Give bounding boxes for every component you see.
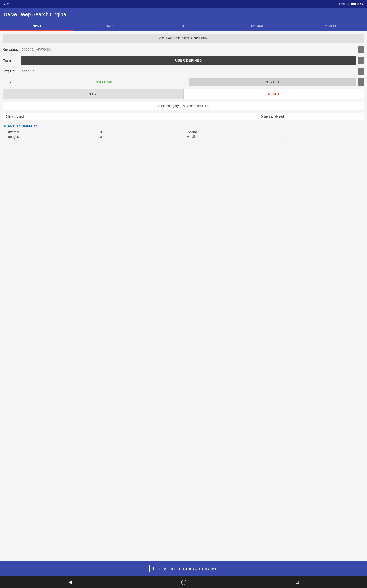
images-label: Images <box>8 135 98 138</box>
http-row: HTTP:// I <box>3 68 364 75</box>
links-row: Links: INTERNAL INT / EXT I <box>3 78 364 86</box>
seed-url-input[interactable] <box>21 68 356 75</box>
signal-icon: ▲ <box>347 2 350 6</box>
http-info-button[interactable]: I <box>358 68 364 75</box>
reset-button[interactable]: RESET <box>184 89 365 99</box>
from-label: From: <box>3 59 21 62</box>
status-bar: ■ □ LTE ▲ 6:22 <box>0 0 367 8</box>
internal-label: Internal <box>8 130 98 134</box>
app-header: Delve Deep Search Engine <box>0 8 367 21</box>
action-row: DELVE RESET <box>3 89 364 99</box>
status-bar-left: ■ □ <box>4 2 9 6</box>
links-label: Links: <box>3 80 21 84</box>
keywords-row: Keywords: I <box>3 46 364 53</box>
app-title: Delve Deep Search Engine <box>4 11 66 17</box>
go-back-button[interactable]: GO BACK TO SETUP SCREEN <box>3 34 364 43</box>
external-label: External <box>187 130 278 134</box>
links-intext-button[interactable]: INT / EXT <box>189 78 356 86</box>
external-value: 0 <box>280 130 361 134</box>
status-message: Select category FROM or enter HTTP <box>3 102 364 110</box>
content-spacer <box>0 351 367 562</box>
internal-value: 0 <box>100 130 181 134</box>
keywords-label: Keywords: <box>3 48 21 52</box>
from-row: From: USER DEFINED I <box>3 56 364 65</box>
notification-icon: ■ <box>4 2 6 6</box>
from-button[interactable]: USER DEFINED <box>21 56 356 65</box>
emails-value: 0 <box>280 135 361 138</box>
keywords-input[interactable] <box>21 46 356 53</box>
keywords-info-button[interactable]: I <box>358 46 364 53</box>
tab-int[interactable]: INT <box>147 21 220 31</box>
lte-label: LTE <box>340 2 345 6</box>
search-summary-title: SEARCH SUMMARY <box>3 124 364 128</box>
delve-button[interactable]: DELVE <box>3 89 184 99</box>
tab-bar: INPUT EXT INT EMAILS IMAGES <box>0 21 367 31</box>
battery-icon <box>351 2 356 6</box>
from-info-button[interactable]: I <box>358 57 364 64</box>
links-internal-button[interactable]: INTERNAL <box>21 78 189 86</box>
footer-logo: D <box>149 565 156 572</box>
images-value: 0 <box>100 135 181 138</box>
links-found-label: 0 links found <box>6 115 184 118</box>
main-content: GO BACK TO SETUP SCREEN Keywords: I From… <box>0 31 367 351</box>
footer-text: ELVE DEEP SEARCH ENGINE <box>159 567 218 571</box>
recents-nav-icon[interactable]: □ <box>296 579 299 585</box>
emails-label: Emails <box>187 135 278 138</box>
tab-ext[interactable]: EXT <box>73 21 147 31</box>
tab-images[interactable]: IMAGES <box>294 21 367 31</box>
nav-bar: ◀ ◯ □ <box>0 576 367 588</box>
screenshot-icon: □ <box>7 2 9 6</box>
status-bar-right: LTE ▲ 6:22 <box>340 2 364 6</box>
http-label: HTTP:// <box>3 69 21 73</box>
links-found-row: 0 links found 0 links analysed <box>3 112 364 120</box>
tab-emails[interactable]: EMAILS <box>220 21 294 31</box>
tab-input[interactable]: INPUT <box>0 21 73 31</box>
links-analysed-label: 0 links analysed <box>184 115 361 118</box>
footer: D ELVE DEEP SEARCH ENGINE <box>0 561 367 576</box>
summary-grid: Internal 0 External 0 Images 0 Emails 0 <box>3 130 364 138</box>
time-display: 6:22 <box>357 2 363 6</box>
back-nav-icon[interactable]: ◀ <box>68 579 72 585</box>
home-nav-icon[interactable]: ◯ <box>181 579 187 585</box>
links-info-button[interactable]: I <box>358 78 364 86</box>
search-summary: SEARCH SUMMARY Internal 0 External 0 Ima… <box>3 124 364 138</box>
